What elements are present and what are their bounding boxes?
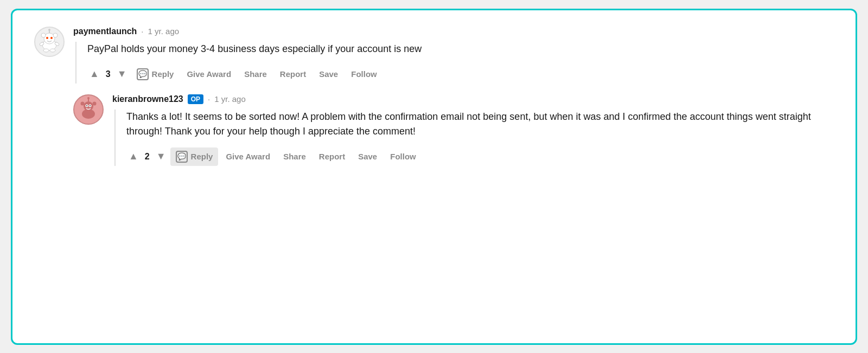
username-2: kieranbrowne123 xyxy=(112,94,183,104)
comment-2: kieranbrowne123 OP · 1 yr. ago Thanks a … xyxy=(73,94,834,166)
report-label-2: Report xyxy=(319,152,345,161)
actions-2: ▲ 2 ▼ 💬 Reply Give Award Share xyxy=(126,147,834,166)
give-award-label-1: Give Award xyxy=(187,69,231,79)
svg-point-21 xyxy=(93,101,97,105)
username-1: paymentlaunch xyxy=(73,27,137,36)
timestamp-1: 1 yr. ago xyxy=(148,27,180,36)
op-badge: OP xyxy=(188,94,203,104)
svg-point-8 xyxy=(48,29,50,31)
save-button-1[interactable]: Save xyxy=(314,66,343,82)
comment-body-1: paymentlaunch · 1 yr. ago PayPal holds y… xyxy=(73,27,834,84)
follow-label-2: Follow xyxy=(390,152,416,161)
give-award-button-1[interactable]: Give Award xyxy=(181,66,237,82)
downvote-button-1[interactable]: ▼ xyxy=(115,66,129,82)
svg-point-3 xyxy=(46,37,48,39)
comment-body-2: kieranbrowne123 OP · 1 yr. ago Thanks a … xyxy=(112,94,834,166)
reply-button-1[interactable]: 💬 Reply xyxy=(131,65,180,84)
share-label-2: Share xyxy=(283,152,306,161)
report-button-2[interactable]: Report xyxy=(314,149,350,164)
actions-1: ▲ 3 ▼ 💬 Reply Give Award Share Report xyxy=(87,65,834,84)
svg-point-23 xyxy=(87,97,90,99)
comment-content-1: PayPal holds your money 3-4 business day… xyxy=(75,42,834,84)
reply-icon-2: 💬 xyxy=(176,151,188,163)
timestamp-2: 1 yr. ago xyxy=(214,94,246,104)
separator-1: · xyxy=(141,27,143,36)
upvote-button-2[interactable]: ▲ xyxy=(126,149,141,164)
svg-point-12 xyxy=(50,49,55,52)
comment-meta-2: kieranbrowne123 OP · 1 yr. ago xyxy=(112,94,834,104)
comments-card: paymentlaunch · 1 yr. ago PayPal holds y… xyxy=(11,9,857,345)
save-button-2[interactable]: Save xyxy=(353,149,382,164)
svg-point-5 xyxy=(41,33,46,37)
vote-count-2: 2 xyxy=(145,152,150,162)
svg-point-18 xyxy=(86,105,87,106)
reply-label-1: Reply xyxy=(152,69,174,79)
comment-2-wrapper: kieranbrowne123 OP · 1 yr. ago Thanks a … xyxy=(73,94,834,166)
follow-button-2[interactable]: Follow xyxy=(385,149,422,164)
give-award-label-2: Give Award xyxy=(226,152,270,161)
reply-button-2[interactable]: 💬 Reply xyxy=(170,147,219,166)
comment-meta-1: paymentlaunch · 1 yr. ago xyxy=(73,27,834,36)
vote-count-1: 3 xyxy=(106,69,111,79)
svg-point-19 xyxy=(90,105,91,106)
share-button-1[interactable]: Share xyxy=(239,66,272,82)
follow-label-1: Follow xyxy=(351,69,377,79)
give-award-button-2[interactable]: Give Award xyxy=(220,149,276,164)
follow-button-1[interactable]: Follow xyxy=(346,66,382,82)
report-button-1[interactable]: Report xyxy=(275,66,311,82)
avatar xyxy=(34,27,65,57)
svg-point-4 xyxy=(50,37,53,39)
comment-content-2: Thanks a lot! It seems to be sorted now!… xyxy=(114,110,834,166)
report-label-1: Report xyxy=(280,69,306,79)
reply-label-2: Reply xyxy=(191,152,213,161)
share-button-2[interactable]: Share xyxy=(278,149,311,164)
reply-icon-1: 💬 xyxy=(137,68,149,80)
svg-point-15 xyxy=(84,101,93,111)
comment-text-1: PayPal holds your money 3-4 business day… xyxy=(87,42,834,56)
avatar-2 xyxy=(73,94,104,125)
upvote-button-1[interactable]: ▲ xyxy=(87,66,101,82)
save-label-2: Save xyxy=(358,152,377,161)
svg-point-11 xyxy=(43,49,49,52)
share-label-1: Share xyxy=(244,69,267,79)
comment-text-2: Thanks a lot! It seems to be sorted now!… xyxy=(126,110,834,139)
svg-point-20 xyxy=(81,101,85,105)
downvote-button-2[interactable]: ▼ xyxy=(154,149,168,164)
comment-1: paymentlaunch · 1 yr. ago PayPal holds y… xyxy=(34,27,834,84)
save-label-1: Save xyxy=(319,69,338,79)
svg-point-6 xyxy=(53,33,58,37)
separator-2: · xyxy=(208,94,210,104)
